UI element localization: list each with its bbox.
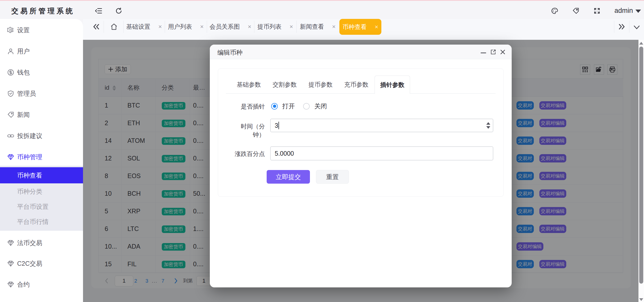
modal-title: 编辑币种 bbox=[217, 48, 243, 57]
tab-label: 新闻查看 bbox=[300, 23, 324, 31]
sidebar-item-1[interactable]: 设置 bbox=[0, 22, 83, 38]
tab-6[interactable]: 币种查看× bbox=[339, 19, 381, 35]
percent-input[interactable]: 5.0000 bbox=[270, 146, 493, 160]
tab-close-icon[interactable]: × bbox=[290, 24, 293, 30]
gem-icon bbox=[7, 281, 14, 288]
spin-up-icon[interactable] bbox=[486, 122, 490, 125]
time-input[interactable]: 3 bbox=[270, 119, 493, 132]
menu-fold-icon[interactable] bbox=[95, 7, 102, 14]
sidebar-item-6[interactable]: 投拆建议 bbox=[0, 128, 83, 144]
sidebar: 设置用户钱包管理员新闻投拆建议币种管理法币交易C2C交易合约币种查看币种分类平台… bbox=[0, 19, 83, 302]
tab-label: 会员关系图 bbox=[210, 23, 240, 31]
sidebar-item-label: C2C交易 bbox=[17, 259, 42, 268]
tab-3[interactable]: 会员关系图× bbox=[207, 19, 254, 35]
tab-label: 提币列表 bbox=[257, 23, 281, 31]
radio-off-label: 关闭 bbox=[314, 102, 327, 110]
maximize-icon[interactable] bbox=[490, 49, 496, 55]
sidebar-item-9[interactable]: C2C交易 bbox=[0, 255, 83, 272]
close-icon[interactable] bbox=[500, 49, 506, 55]
user-menu[interactable]: admin bbox=[614, 7, 641, 15]
submenu-item-1[interactable]: 币种查看 bbox=[0, 167, 83, 183]
palette-icon[interactable] bbox=[551, 7, 558, 14]
tab-5[interactable]: 新闻查看× bbox=[296, 19, 339, 35]
radio-on-circle bbox=[271, 103, 278, 110]
wallet-icon bbox=[7, 69, 14, 76]
submenu-item-label: 币种分类 bbox=[17, 187, 42, 196]
minimize-icon[interactable] bbox=[480, 50, 487, 56]
radio-off-circle bbox=[303, 103, 310, 110]
tab-divider bbox=[629, 21, 629, 33]
tab-close-icon[interactable]: × bbox=[158, 24, 162, 30]
sidebar-item-7[interactable]: 币种管理 bbox=[0, 149, 83, 165]
submenu-item-label: 平台币行情 bbox=[17, 218, 49, 226]
tab-close-icon[interactable]: × bbox=[248, 24, 251, 30]
app-title: 交易所管理系统 bbox=[11, 6, 75, 16]
sidebar-item-10[interactable]: 合约 bbox=[0, 276, 83, 292]
tabs-dropdown-icon[interactable] bbox=[633, 24, 640, 31]
scroll-up-icon[interactable] bbox=[639, 42, 643, 45]
link-icon bbox=[7, 132, 14, 139]
refresh-icon[interactable] bbox=[115, 7, 122, 14]
submenu-item-3[interactable]: 平台币设置 bbox=[0, 199, 83, 214]
form-tab-2[interactable]: 交割参数 bbox=[267, 76, 303, 94]
caret-down-icon bbox=[635, 10, 641, 13]
tab-label: 币种查看 bbox=[342, 23, 367, 31]
submenu-item-label: 币种查看 bbox=[17, 171, 42, 180]
submenu-group: 币种查看币种分类平台币设置平台币行情 bbox=[0, 166, 83, 231]
gem-icon bbox=[7, 154, 14, 160]
text-caret bbox=[278, 122, 279, 129]
sidebar-item-label: 合约 bbox=[17, 280, 30, 289]
tab-2[interactable]: 用户列表× bbox=[165, 19, 207, 35]
tab-close-icon[interactable]: × bbox=[200, 24, 204, 30]
gem-icon bbox=[7, 240, 14, 246]
sidebar-item-label: 钱包 bbox=[17, 68, 30, 77]
sidebar-item-label: 设置 bbox=[17, 26, 30, 34]
fullscreen-icon[interactable] bbox=[593, 7, 600, 14]
home-icon[interactable] bbox=[110, 23, 118, 31]
modal-header[interactable]: 编辑币种 bbox=[210, 45, 512, 59]
sidebar-item-5[interactable]: 新闻 bbox=[0, 107, 83, 123]
sidebar-item-8[interactable]: 法币交易 bbox=[0, 235, 83, 251]
tag-icon bbox=[7, 111, 14, 118]
scroll-down-icon[interactable] bbox=[639, 298, 643, 301]
tab-1[interactable]: 基础设置× bbox=[123, 19, 165, 35]
sidebar-item-3[interactable]: 钱包 bbox=[0, 64, 83, 80]
form-tab-3[interactable]: 提币参数 bbox=[303, 76, 338, 94]
form-tab-1[interactable]: 基础参数 bbox=[231, 76, 267, 94]
vertical-scrollbar[interactable] bbox=[638, 40, 644, 302]
tab-label: 基础设置 bbox=[126, 23, 150, 31]
scrollbar-thumb[interactable] bbox=[639, 47, 643, 284]
app-root: 交易所管理系统 bbox=[0, 0, 644, 302]
sidebar-item-label: 法币交易 bbox=[17, 239, 42, 247]
radio-on[interactable]: 打开 bbox=[271, 102, 295, 110]
submit-button[interactable]: 立即提交 bbox=[267, 170, 310, 184]
tab-4[interactable]: 提币列表× bbox=[254, 19, 296, 35]
tab-divider bbox=[104, 21, 104, 33]
tabbar: 基础设置×用户列表×会员关系图×提币列表×新闻查看×币种查看× bbox=[83, 19, 644, 40]
shield-icon bbox=[7, 90, 14, 97]
gear-icon bbox=[7, 27, 14, 33]
radio-group: 打开 关闭 bbox=[271, 102, 327, 111]
user-icon bbox=[7, 48, 14, 55]
time-label: 时间（分钟） bbox=[218, 122, 265, 139]
percent-label: 涨跌百分点 bbox=[218, 150, 265, 158]
tab-close-icon[interactable]: × bbox=[375, 24, 378, 30]
number-spinner[interactable] bbox=[486, 122, 490, 129]
sidebar-item-label: 新闻 bbox=[17, 111, 30, 119]
sidebar-item-2[interactable]: 用户 bbox=[0, 43, 83, 59]
tabs-forward-icon[interactable] bbox=[618, 23, 625, 30]
spin-down-icon[interactable] bbox=[486, 126, 490, 129]
sidebar-item-4[interactable]: 管理员 bbox=[0, 85, 83, 102]
form-tab-5[interactable]: 插针参数 bbox=[375, 76, 410, 94]
tabs-collapse-left-icon[interactable] bbox=[93, 23, 100, 30]
tag-icon[interactable] bbox=[572, 7, 579, 14]
form-tab-4[interactable]: 充币参数 bbox=[339, 76, 374, 94]
radio-on-label: 打开 bbox=[282, 102, 295, 110]
form-tabs: 基础参数交割参数提币参数充币参数插针参数 bbox=[226, 76, 496, 94]
radio-off[interactable]: 关闭 bbox=[303, 102, 327, 110]
tab-label: 用户列表 bbox=[168, 23, 192, 31]
submenu-item-4[interactable]: 平台币行情 bbox=[0, 214, 83, 229]
tab-close-icon[interactable]: × bbox=[332, 24, 336, 30]
submenu-item-2[interactable]: 币种分类 bbox=[0, 184, 83, 199]
reset-button[interactable]: 重置 bbox=[316, 170, 349, 184]
